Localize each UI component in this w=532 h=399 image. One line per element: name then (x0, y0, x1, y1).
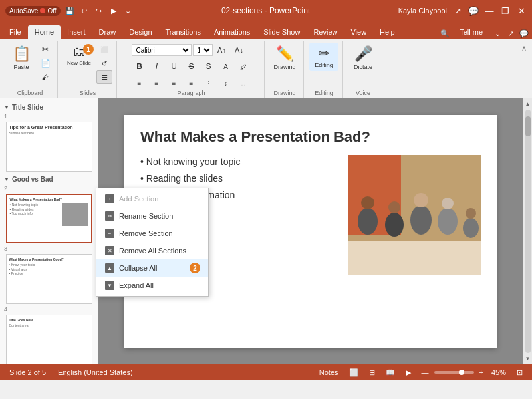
slide-thumb-3[interactable]: What Makes a Presentation Good? • Know y… (6, 254, 92, 304)
thumb-title-4: Title Goes Here (9, 318, 89, 322)
fit-slide-button[interactable]: ⊡ (514, 368, 525, 378)
tab-view[interactable]: View (344, 25, 373, 39)
menu-remove-all-sections[interactable]: ✕ Remove All Sections (96, 242, 208, 259)
menu-remove-all-sections-label: Remove All Sections (119, 247, 186, 255)
paragraph-more-button[interactable]: ... (235, 76, 251, 90)
menu-expand-all[interactable]: ▼ Expand All (96, 277, 208, 294)
slideshow-from-current-button[interactable]: ▶ (403, 368, 414, 378)
redo-icon[interactable]: ↪ (94, 5, 104, 16)
zoom-in-button[interactable]: + (477, 368, 486, 377)
drawing-group-label: Drawing (273, 90, 295, 96)
menu-collapse-all[interactable]: ▲ Collapse All 2 (96, 259, 208, 277)
layout-button[interactable]: ⬜ (96, 43, 112, 56)
tab-help[interactable]: Help (373, 25, 402, 39)
justify-button[interactable]: ≡ (184, 76, 200, 90)
autosave-dot (40, 8, 45, 13)
editing-button[interactable]: ✏ Editing (309, 43, 338, 71)
section-arrow-2: ▼ (4, 176, 9, 182)
section-button[interactable]: ☰ (96, 70, 112, 84)
reset-button[interactable]: ↺ (96, 57, 112, 70)
italic-button[interactable]: I (149, 60, 165, 73)
slide-thumb-4[interactable]: Title Goes Here Content area (6, 315, 92, 364)
menu-add-section[interactable]: + Add Section (96, 190, 208, 207)
text-highlight-button[interactable]: 🖊 (235, 60, 251, 73)
comments-ribbon-icon[interactable]: 💬 (519, 28, 529, 39)
autosave-toggle[interactable]: AutoSave Off (5, 6, 61, 16)
scroll-down-button[interactable]: ▼ (524, 354, 532, 363)
section-good-vs-bad[interactable]: ▼ Good vs Bad (3, 173, 95, 184)
menu-remove-all-sections-icon: ✕ (104, 245, 115, 256)
strikethrough-button[interactable]: S (184, 60, 200, 73)
normal-view-button[interactable]: ⬜ (346, 368, 361, 378)
restore-icon[interactable]: ❐ (500, 5, 511, 16)
align-center-button[interactable]: ≡ (149, 76, 165, 90)
drawing-icon: ✏️ (276, 45, 294, 63)
section-name-2: Good vs Bad (12, 176, 53, 183)
scroll-up-button[interactable]: ▲ (524, 100, 532, 108)
tab-home[interactable]: Home (28, 25, 61, 39)
tab-slideshow[interactable]: Slide Show (257, 25, 307, 39)
tab-insert[interactable]: Insert (61, 25, 92, 39)
tab-draw[interactable]: Draw (92, 25, 123, 39)
align-left-button[interactable]: ≡ (132, 76, 148, 90)
menu-rename-section[interactable]: ✏ Rename Section (96, 207, 208, 225)
ribbon-collapse-icon[interactable]: ∧ (521, 44, 527, 53)
thumb-title-3: What Makes a Presentation Good? (9, 257, 89, 261)
search-icon[interactable]: 🔍 (440, 28, 450, 39)
align-right-button[interactable]: ≡ (166, 76, 182, 90)
svg-rect-2 (348, 241, 481, 275)
ribbon-expand-icon[interactable]: ⌄ (492, 28, 503, 39)
editing-group-label: Editing (315, 90, 333, 96)
tab-tell-me[interactable]: Tell me (453, 25, 489, 39)
slide-thumb-1[interactable]: Tips for a Great Presentation Subtitle t… (6, 122, 92, 172)
copy-button[interactable]: 📄 (37, 57, 53, 70)
comments-icon[interactable]: 💬 (468, 5, 479, 16)
zoom-bar[interactable] (434, 371, 474, 374)
slide-num-4: 4 (4, 305, 95, 313)
notes-button[interactable]: Notes (317, 368, 341, 377)
reading-view-button[interactable]: 📖 (383, 368, 398, 378)
tab-animations[interactable]: Animations (207, 25, 257, 39)
zoom-out-button[interactable]: — (419, 368, 432, 377)
tab-review[interactable]: Review (307, 25, 344, 39)
undo-icon[interactable]: ↩ (79, 5, 90, 16)
menu-rename-section-label: Rename Section (119, 212, 173, 220)
save-icon[interactable]: 💾 (65, 5, 75, 16)
slide-num-3: 3 (4, 245, 95, 253)
font-name-select[interactable]: Calibri (132, 44, 192, 56)
format-painter-button[interactable]: 🖌 (37, 70, 53, 84)
language-info: English (United States) (55, 368, 136, 377)
increase-font-button[interactable]: A↑ (214, 43, 230, 57)
font-color-button[interactable]: A (218, 60, 234, 73)
line-spacing-button[interactable]: ↕ (218, 76, 234, 90)
close-icon[interactable]: ✕ (516, 5, 527, 16)
slide-sorter-button[interactable]: ⊞ (366, 368, 378, 378)
scrollbar-track[interactable] (525, 110, 531, 353)
shadow-button[interactable]: S (201, 60, 217, 73)
section-title-slide[interactable]: ▼ Title Slide (3, 101, 95, 112)
share-icon[interactable]: ↗ (452, 5, 463, 16)
present-icon[interactable]: ▶ (108, 5, 119, 16)
share-ribbon-icon[interactable]: ↗ (505, 28, 516, 39)
paste-button[interactable]: 📋 Paste (7, 43, 36, 73)
menu-remove-section[interactable]: − Remove Section (96, 225, 208, 242)
bold-button[interactable]: B (132, 60, 148, 73)
slides-label: Slides (80, 90, 96, 96)
paragraph-label: Paragraph (177, 90, 205, 96)
new-slide-button[interactable]: 🗂 New Slide 1 (63, 43, 95, 67)
more-tools-icon[interactable]: ⌄ (123, 5, 134, 16)
minimize-icon[interactable]: — (484, 5, 495, 16)
zoom-level[interactable]: 45% (489, 368, 509, 377)
slide-actions-col: ⬜ ↺ ☰ (96, 43, 112, 84)
tab-file[interactable]: File (3, 25, 28, 39)
dictate-button[interactable]: 🎤 Dictate (348, 43, 378, 73)
tab-design[interactable]: Design (122, 25, 158, 39)
decrease-font-button[interactable]: A↓ (231, 43, 247, 57)
font-size-select[interactable]: 12 (193, 44, 213, 56)
columns-button[interactable]: ⋮ (201, 76, 217, 90)
drawing-button[interactable]: ✏️ Drawing (270, 43, 299, 73)
cut-button[interactable]: ✂ (37, 43, 53, 56)
slide-thumb-2[interactable]: What Makes a Presentation Bad? • Not kno… (6, 194, 92, 243)
underline-button[interactable]: U (166, 60, 182, 73)
tab-transitions[interactable]: Transitions (159, 25, 207, 39)
